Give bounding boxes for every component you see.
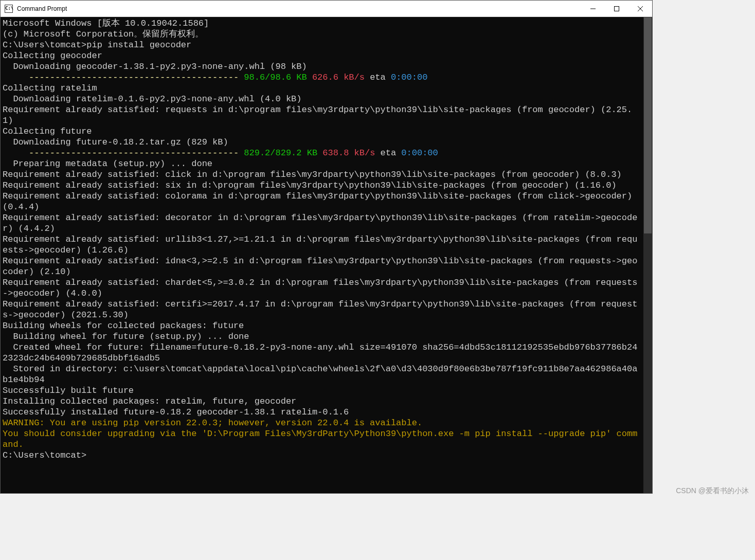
terminal-text: (c) Microsoft Corporation。保留所有权利。 bbox=[3, 29, 204, 39]
terminal-text: Preparing metadata (setup.py) ... done bbox=[3, 159, 212, 169]
command-prompt-window: C:\ Command Prompt Microsoft Windows [版本… bbox=[0, 0, 653, 494]
scrollbar-thumb[interactable] bbox=[644, 17, 652, 233]
warning-text: You should consider upgrading via the 'D… bbox=[3, 429, 637, 449]
window-title: Command Prompt bbox=[17, 5, 581, 12]
close-button[interactable] bbox=[628, 1, 652, 16]
terminal-text: Requirement already satisfied: click in … bbox=[3, 170, 622, 179]
terminal-text: Created wheel for future: filename=futur… bbox=[3, 342, 637, 363]
progress-bar: ---------------------------------------- bbox=[29, 73, 244, 82]
terminal-area: Microsoft Windows [版本 10.0.19042.1586](c… bbox=[1, 17, 652, 493]
command-input: pip install geocoder bbox=[86, 40, 191, 50]
maximize-button[interactable] bbox=[605, 1, 628, 16]
terminal-text bbox=[3, 73, 29, 82]
window-controls bbox=[581, 1, 652, 16]
warning-text: WARNING: You are using pip version 22.0.… bbox=[3, 418, 422, 428]
progress-speed: 638.8 kB/s bbox=[322, 148, 380, 158]
terminal-text: Successfully built future bbox=[3, 386, 134, 395]
terminal-text: Building wheels for collected packages: … bbox=[3, 321, 244, 331]
progress-bar: ---------------------------------------- bbox=[29, 148, 244, 158]
terminal-text: Installing collected packages: ratelim, … bbox=[3, 396, 296, 406]
terminal-text: Requirement already satisfied: colorama … bbox=[3, 191, 637, 212]
vertical-scrollbar[interactable] bbox=[643, 17, 652, 493]
progress-eta: 0:00:00 bbox=[391, 73, 427, 82]
terminal-text: Building wheel for future (setup.py) ...… bbox=[3, 332, 249, 341]
titlebar[interactable]: C:\ Command Prompt bbox=[1, 1, 652, 17]
watermark: CSDN @爱看书的小沐 bbox=[676, 486, 749, 496]
terminal-text: Collecting future bbox=[3, 127, 92, 136]
progress-size: 98.6/98.6 KB bbox=[244, 73, 312, 82]
terminal-text: Stored in directory: c:\users\tomcat\app… bbox=[3, 364, 637, 385]
prompt-path: C:\Users\tomcat> bbox=[3, 450, 86, 460]
terminal-text: Requirement already satisfied: requests … bbox=[3, 105, 632, 125]
terminal-text: Requirement already satisfied: six in d:… bbox=[3, 180, 617, 190]
terminal-text: Requirement already satisfied: certifi>=… bbox=[3, 299, 637, 320]
terminal-text: Microsoft Windows [版本 10.0.19042.1586] bbox=[3, 19, 209, 28]
app-icon: C:\ bbox=[5, 5, 13, 13]
terminal-text: Downloading geocoder-1.38.1-py2.py3-none… bbox=[3, 62, 307, 71]
progress-size: 829.2/829.2 KB bbox=[244, 148, 322, 158]
progress-speed: 626.6 kB/s bbox=[312, 73, 370, 82]
terminal-text bbox=[3, 148, 29, 158]
terminal-text: Downloading future-0.18.2.tar.gz (829 kB… bbox=[3, 137, 228, 147]
progress-eta: 0:00:00 bbox=[401, 148, 438, 158]
terminal-text: Successfully installed future-0.18.2 geo… bbox=[3, 407, 349, 417]
terminal-text: Downloading ratelim-0.1.6-py2.py3-none-a… bbox=[3, 94, 302, 104]
terminal-text: Collecting geocoder bbox=[3, 51, 102, 61]
terminal[interactable]: Microsoft Windows [版本 10.0.19042.1586](c… bbox=[1, 17, 643, 493]
minimize-button[interactable] bbox=[581, 1, 605, 16]
terminal-text: eta bbox=[370, 73, 391, 82]
terminal-text: Requirement already satisfied: urllib3<1… bbox=[3, 234, 637, 255]
prompt-path: C:\Users\tomcat> bbox=[3, 40, 86, 50]
terminal-text: Requirement already satisfied: chardet<5… bbox=[3, 278, 637, 298]
terminal-text: Collecting ratelim bbox=[3, 83, 97, 93]
terminal-text: Requirement already satisfied: decorator… bbox=[3, 213, 637, 233]
terminal-text: Requirement already satisfied: idna<3,>=… bbox=[3, 256, 637, 277]
svg-rect-1 bbox=[615, 6, 619, 11]
terminal-text: eta bbox=[381, 148, 402, 158]
